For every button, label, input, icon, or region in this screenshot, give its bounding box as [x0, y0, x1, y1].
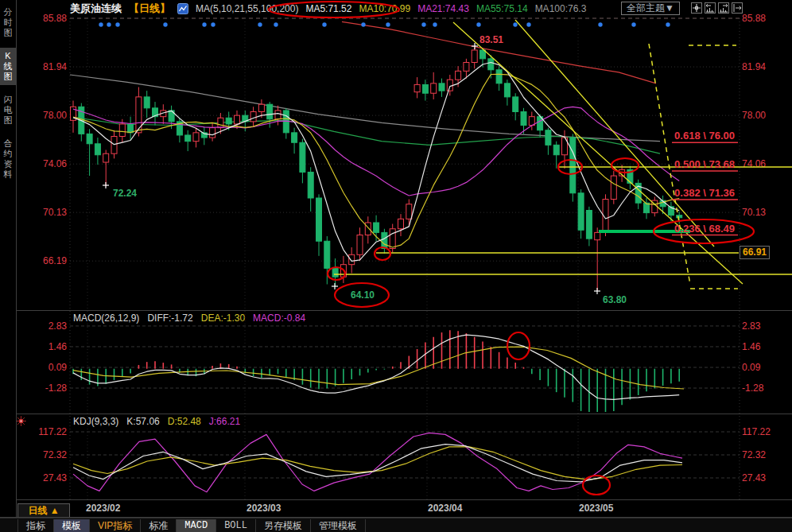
axis-label: 66.19	[17, 255, 67, 266]
axis-label: 0.09	[17, 362, 67, 373]
axis-label: 78.00	[742, 110, 791, 121]
svg-text:0.236 \ 68.49: 0.236 \ 68.49	[674, 223, 735, 235]
charting-app: 美原油连续 【日线】 MA(5,10,21,55,100,200) MA5:71…	[0, 0, 792, 532]
chart-header: 美原油连续 【日线】 MA(5,10,21,55,100,200) MA5:71…	[70, 0, 586, 17]
toolbar-item-save-template[interactable]: 另存模板	[256, 519, 311, 532]
axis-label: 78.00	[17, 110, 67, 121]
short-ma-lines	[73, 63, 679, 262]
toolbar-item-indicators[interactable]: 指标	[17, 519, 54, 532]
x-axis-label: 2023/02	[86, 503, 120, 514]
axis-label: 1.46	[742, 341, 791, 352]
macd-lines	[73, 335, 684, 399]
svg-text:83.51: 83.51	[479, 34, 503, 45]
macd-params: MACD(26,12,9)	[73, 313, 139, 324]
svg-text:0.382 \ 71.36: 0.382 \ 71.36	[674, 187, 735, 199]
kdj-lines	[73, 433, 682, 491]
axis-label: 81.94	[17, 61, 67, 72]
scale-right-icon[interactable]	[718, 2, 729, 14]
scale-left-icon[interactable]	[705, 2, 716, 14]
kdj-params: KDJ(9,3,3)	[73, 416, 118, 427]
sidebar-tab-time-chart[interactable]: 分时图	[0, 4, 16, 41]
svg-text:0.500 \ 73.68: 0.500 \ 73.68	[674, 158, 735, 170]
long-ma-lines	[70, 21, 660, 153]
axis-label: 70.13	[742, 207, 791, 218]
axis-label: 81.94	[742, 61, 791, 72]
axis-label: 27.43	[742, 472, 791, 483]
axis-label: -1.28	[742, 382, 791, 394]
macd-diff-value: DIFF:-1.72	[147, 313, 192, 324]
sidebar-tab-contract-info[interactable]: 合约资料	[0, 135, 16, 183]
axis-label: 74.06	[17, 158, 67, 169]
candlestick-layer	[71, 48, 682, 291]
macd-panel-header: MACD(26,12,9) DIFF:-1.72 DEA:-1.30 MACD:…	[73, 313, 305, 324]
period-selector[interactable]: 日线 ▲	[17, 503, 70, 518]
header-toolbar-icons	[691, 2, 743, 14]
ma55-value: MA55:75.14	[476, 3, 528, 14]
ma21-value: MA21:74.43	[417, 3, 469, 14]
ma100-value: MA100:76.3	[535, 3, 587, 14]
axis-label: 1.46	[17, 341, 67, 352]
period-tag: 【日线】	[129, 2, 170, 16]
chart-canvas: 83.5172.2464.1063.800.618 \ 76.000.500 \…	[0, 0, 792, 532]
x-axis-label: 2023/05	[579, 503, 613, 514]
toolbar-item-manage-templates[interactable]: 管理模板	[311, 519, 366, 532]
crosshair-icon[interactable]	[691, 2, 702, 14]
event-dot-markers	[99, 22, 670, 26]
macd-macd-value: MACD:-0.84	[253, 313, 305, 324]
last-price-marker: 66.91	[740, 246, 770, 259]
pan-right-icon[interactable]	[732, 2, 743, 14]
axis-label: 0.09	[742, 362, 791, 373]
theme-selector-button[interactable]: 全部主题▼	[621, 2, 680, 15]
x-axis-label: 2023/03	[247, 503, 281, 514]
line-chart-icon	[177, 3, 188, 14]
axis-label: 70.13	[17, 207, 67, 218]
kdj-d-value: D:52.48	[168, 416, 201, 427]
toolbar-item-macd[interactable]: MACD	[177, 519, 216, 532]
macd-histogram	[73, 330, 679, 412]
axis-label: 117.22	[742, 426, 791, 437]
sidebar-tab-flash-chart[interactable]: 闪电图	[0, 91, 16, 129]
kdj-k-value: K:57.06	[126, 416, 159, 427]
axis-label: 74.06	[742, 158, 791, 169]
axis-label: 85.88	[17, 13, 67, 24]
trendline-drawings	[334, 20, 792, 289]
axis-label: 2.83	[742, 320, 791, 332]
axis-label: 72.32	[17, 449, 67, 460]
svg-text:63.80: 63.80	[603, 294, 627, 305]
panel-separators	[0, 0, 792, 518]
axis-label: 72.32	[742, 449, 791, 460]
kdj-panel-header: KDJ(9,3,3) K:57.06 D:52.48 J:66.21	[73, 416, 240, 427]
fibonacci-labels: 0.618 \ 76.000.500 \ 73.680.382 \ 71.360…	[672, 130, 738, 235]
ma-params-label: MA(5,10,21,55,100,200)	[196, 3, 298, 14]
svg-text:64.10: 64.10	[351, 289, 375, 301]
toolbar-item-boll[interactable]: BOLL	[216, 519, 256, 532]
kdj-j-value: J:66.21	[209, 416, 240, 427]
svg-text:0.618 \ 76.00: 0.618 \ 76.00	[674, 130, 735, 142]
extreme-cross-markers	[103, 43, 600, 294]
sidebar-tab-kline-chart[interactable]: K线图	[0, 48, 16, 85]
axis-label: 85.88	[742, 13, 791, 24]
macd-dea-value: DEA:-1.30	[201, 313, 245, 324]
sidebar: 分时图 K线图 闪电图 合约资料	[0, 0, 16, 517]
svg-text:72.24: 72.24	[113, 188, 137, 199]
axis-label: 27.43	[17, 472, 67, 483]
bottom-toolbar: 指标 模板 VIP指标 标准 MACD BOLL 另存模板 管理模板	[0, 518, 792, 532]
axis-label: 117.22	[17, 426, 67, 437]
toolbar-item-templates[interactable]: 模板	[54, 519, 90, 532]
instrument-title: 美原油连续	[70, 2, 122, 16]
toolbar-item-standard[interactable]: 标准	[141, 519, 177, 532]
gridlines	[70, 18, 740, 499]
price-point-labels: 83.5172.2464.1063.80	[113, 34, 627, 305]
annotation-ellipses	[269, 2, 754, 495]
toolbar-item-vip-indicators[interactable]: VIP指标	[90, 519, 141, 532]
ma5-value: MA5:71.52	[305, 3, 351, 14]
axis-label: -1.28	[17, 382, 67, 394]
ma10-value: MA10:70.99	[359, 3, 410, 14]
x-axis-label: 2023/04	[428, 503, 462, 514]
axis-label: 2.83	[17, 320, 67, 332]
